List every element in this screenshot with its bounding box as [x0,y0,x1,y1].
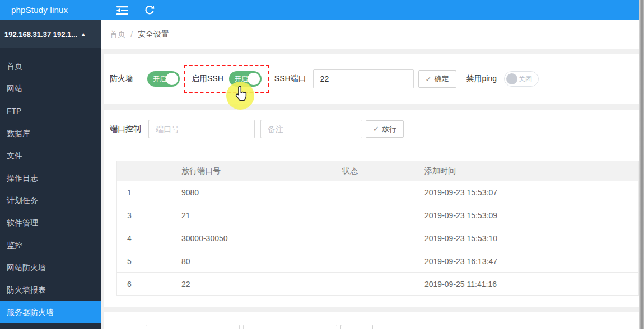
cell-col-port: 21 [171,204,332,227]
cell-col-status [332,250,414,273]
topbar [101,0,644,20]
breadcrumb-current: 安全设置 [138,30,169,40]
cell-col-port: 22 [171,273,332,296]
sidebar-item[interactable]: 网站 [0,77,101,100]
cell-col-index: 6 [117,273,171,296]
table-header-row: 放行端口号状态添加时间 [117,161,639,181]
check-icon: ✓ [373,125,379,133]
cell-col-time: 2019-09-23 15:53:07 [414,181,639,204]
note-input[interactable] [260,120,362,138]
firewall-label: 防火墙 [110,74,133,84]
port-control-row: 端口控制 ✓ 放行 [104,120,639,138]
sidebar-item[interactable]: FTP [0,100,101,122]
cell-col-time: 2019-09-23 15:53:09 [414,204,639,227]
cell-col-port: 80 [171,250,332,273]
sidebar-item[interactable]: 服务器防火墙 [0,301,101,323]
table-row: 3212019-09-23 15:53:09 [117,204,639,227]
port-number-input[interactable] [148,120,255,138]
port-control-card: 端口控制 ✓ 放行 放行端口号状态添加时间 190802019-09-23 15… [104,110,639,307]
disable-ping-label: 禁用ping [466,74,497,84]
toggle-knob [248,73,260,85]
ping-toggle-state: 关闭 [519,72,532,86]
app-window: phpStudy linux 192.168.31.37 192.1... ▲ … [0,0,644,329]
cell-col-status [332,227,414,250]
cell-col-status [332,181,414,204]
toggle-knob [166,73,178,85]
vertical-scrollbar[interactable] [639,0,644,329]
cell-col-index: 3 [117,204,171,227]
firewall-toggle[interactable]: 开启 [147,71,180,87]
allowed-ports-table: 放行端口号状态添加时间 190802019-09-23 15:53:073212… [116,161,639,296]
sidebar-item[interactable]: 网站防火墙 [0,256,101,279]
toggle-knob [506,73,517,84]
ssh-port-input[interactable] [313,69,414,88]
sidebar-item[interactable]: 首页 [0,55,101,77]
breadcrumb: 首页 / 安全设置 [101,20,644,49]
firewall-toggle-state: 开启 [153,71,166,87]
sidebar-item[interactable]: 文件 [0,144,101,167]
cell-col-status [332,204,414,227]
check-icon: ✓ [426,75,432,83]
allow-button-label: 放行 [382,124,396,134]
bottom-port-input[interactable] [146,325,240,329]
allow-button[interactable]: ✓ 放行 [366,120,404,138]
sidebar: phpStudy linux 192.168.31.37 192.1... ▲ … [0,0,101,329]
header-col-time: 添加时间 [414,161,639,181]
sidebar-item[interactable]: 软件管理 [0,212,101,234]
bottom-action-button[interactable] [340,325,373,329]
bottom-note-input[interactable] [243,325,337,329]
table-row: 5802019-09-23 16:13:47 [117,250,639,273]
sidebar-item[interactable]: 计划任务 [0,189,101,212]
breadcrumb-separator: / [130,30,133,39]
cell-col-index: 5 [117,250,171,273]
header-col-status: 状态 [332,161,414,181]
refresh-icon[interactable] [144,4,155,16]
table-row: 190802019-09-23 15:53:07 [117,181,639,204]
table-body: 190802019-09-23 15:53:073212019-09-23 15… [117,181,639,296]
server-selector[interactable]: 192.168.31.37 192.1... ▲ [0,20,101,48]
header-col-index [117,161,171,181]
breadcrumb-home[interactable]: 首页 [110,30,125,40]
disable-ping-toggle[interactable]: 关闭 [504,71,539,87]
cell-col-time: 2019-09-23 15:53:10 [414,227,639,250]
cell-col-time: 2019-09-25 11:41:16 [414,273,639,296]
sidebar-item[interactable]: 数据库 [0,122,101,144]
security-settings-card: 防火墙 开启 启用SSH 开启 SSH端口 ✓ 确定 禁用ping 关闭 [104,54,639,104]
sidebar-nav: 首页网站FTP数据库文件操作日志计划任务软件管理监控网站防火墙防火墙报表服务器防… [0,55,101,323]
header-col-port: 放行端口号 [171,161,332,181]
table-row: 6222019-09-25 11:41:16 [117,273,639,296]
ssh-port-label: SSH端口 [274,74,306,84]
ssh-label: 启用SSH [192,74,223,84]
confirm-button[interactable]: ✓ 确定 [418,70,456,88]
cell-col-time: 2019-09-23 16:13:47 [414,250,639,273]
cell-col-status [332,273,414,296]
cell-col-port: 30000-30050 [171,227,332,250]
hand-cursor-icon [233,86,248,105]
table-row: 430000-300502019-09-23 15:53:10 [117,227,639,250]
cell-col-port: 9080 [171,181,332,204]
app-logo: phpStudy linux [0,0,101,20]
port-control-label: 端口控制 [110,124,141,134]
caret-up-icon: ▲ [81,31,86,37]
cell-col-index: 4 [117,227,171,250]
confirm-button-label: 确定 [435,74,449,84]
sidebar-item[interactable]: 防火墙报表 [0,279,101,301]
ssh-highlight-box: 启用SSH 开启 [184,65,269,93]
sidebar-item[interactable]: 操作日志 [0,167,101,189]
collapse-menu-icon[interactable] [115,5,129,16]
server-selector-label: 192.168.31.37 192.1... [4,30,77,39]
next-section-card [104,312,639,329]
cell-col-index: 1 [117,181,171,204]
sidebar-item[interactable]: 监控 [0,234,101,256]
